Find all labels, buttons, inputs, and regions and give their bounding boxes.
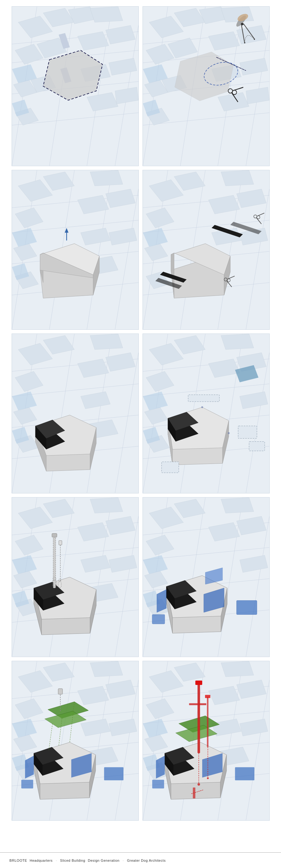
svg-rect-227: [52, 533, 57, 537]
svg-rect-341: [197, 683, 200, 753]
svg-rect-305: [58, 689, 62, 694]
footer-text: BRLOOTE Headquarters · Sliced Building D…: [9, 859, 166, 862]
diagram-3: [11, 170, 139, 330]
diagram-7: [11, 497, 139, 657]
grid-row-3: [9, 334, 272, 493]
svg-rect-188: [188, 395, 220, 402]
footer-dot-1: ·: [56, 859, 57, 862]
svg-rect-343: [189, 704, 206, 705]
svg-marker-277: [90, 661, 122, 677]
svg-rect-298: [21, 780, 33, 788]
footer-dot-2: ·: [123, 859, 124, 862]
diagram-5: [11, 334, 139, 493]
svg-rect-345: [205, 695, 210, 698]
diagram-2: [143, 6, 270, 166]
svg-point-192: [201, 406, 203, 408]
diagram-9: [11, 661, 139, 821]
diagram-10: [143, 661, 270, 821]
svg-marker-110: [221, 170, 253, 186]
footer-design-generation: Design Generation: [88, 859, 120, 862]
svg-rect-337: [235, 767, 254, 780]
grid-row-2: [9, 170, 272, 330]
diagram-4: [143, 170, 270, 330]
footer-bar: BRLOOTE Headquarters · Sliced Building D…: [0, 852, 281, 868]
footer-greater-dog: Greater Dog Architects: [127, 859, 165, 862]
diagram-8: [143, 497, 270, 657]
svg-rect-265: [152, 614, 165, 624]
main-container: [0, 0, 281, 839]
svg-marker-317: [221, 661, 253, 677]
svg-point-193: [228, 432, 229, 434]
svg-rect-344: [206, 697, 208, 747]
svg-marker-81: [90, 170, 122, 186]
svg-rect-297: [104, 767, 123, 780]
svg-marker-42: [221, 7, 253, 22]
svg-marker-174: [221, 334, 253, 349]
svg-marker-245: [221, 497, 253, 513]
svg-point-348: [197, 783, 200, 785]
grid-row-4: [9, 497, 272, 657]
footer-sliced-building: Sliced Building: [60, 859, 85, 862]
footer-headquarters: Headquarters: [29, 859, 52, 862]
svg-marker-208: [90, 497, 122, 513]
footer-logo: BRLOOTE: [9, 859, 27, 862]
svg-rect-229: [59, 541, 62, 545]
svg-rect-264: [236, 600, 257, 615]
svg-rect-338: [152, 780, 164, 788]
diagram-1: [11, 6, 139, 166]
svg-marker-12: [90, 7, 122, 22]
svg-point-349: [206, 777, 208, 779]
grid-row-1: [9, 6, 272, 166]
diagram-6: [143, 334, 270, 493]
svg-rect-189: [238, 426, 257, 438]
svg-rect-190: [161, 462, 179, 473]
svg-rect-342: [195, 681, 202, 685]
grid-row-5: [9, 661, 272, 821]
svg-rect-191: [249, 442, 265, 451]
svg-marker-146: [90, 334, 122, 349]
